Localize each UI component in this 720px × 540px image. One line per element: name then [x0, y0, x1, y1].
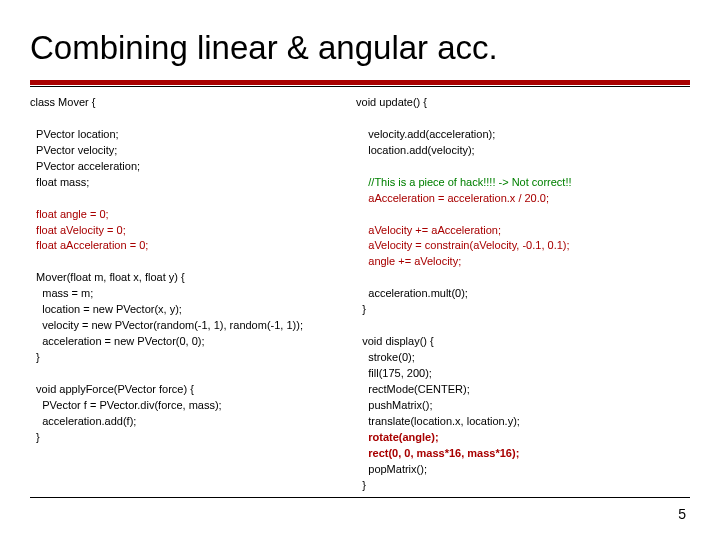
code-line: velocity = new PVector(random(-1, 1), ra… [30, 319, 303, 331]
code-line: stroke(0); [356, 351, 415, 363]
code-line: float aVelocity = 0; [30, 224, 126, 236]
code-line: } [356, 479, 366, 491]
code-line: fill(175, 200); [356, 367, 432, 379]
code-line: aVelocity = constrain(aVelocity, -0.1, 0… [356, 239, 570, 251]
code-line: float angle = 0; [30, 208, 109, 220]
code-line: } [30, 351, 40, 363]
title-rule [30, 80, 690, 87]
code-line: void display() { [356, 335, 434, 347]
code-line: PVector f = PVector.div(force, mass); [30, 399, 222, 411]
code-line: } [30, 431, 40, 443]
code-line: aVelocity += aAcceleration; [356, 224, 501, 236]
code-line: location.add(velocity); [356, 144, 475, 156]
title-rule-line [30, 86, 690, 87]
code-line: velocity.add(acceleration); [356, 128, 495, 140]
code-line: popMatrix(); [356, 463, 427, 475]
code-line: acceleration.add(f); [30, 415, 136, 427]
code-line: acceleration.mult(0); [356, 287, 468, 299]
code-line: PVector velocity; [30, 144, 117, 156]
code-line: float mass; [30, 176, 89, 188]
code-left: class Mover { PVector location; PVector … [30, 95, 348, 485]
footer-rule [30, 497, 690, 498]
code-line: rotate(angle); [356, 431, 439, 443]
code-line: Mover(float m, float x, float y) { [30, 271, 185, 283]
code-line: PVector acceleration; [30, 160, 140, 172]
code-line: } [356, 303, 366, 315]
code-comment: //This is a piece of hack!!!! -> Not cor… [356, 176, 572, 188]
slide: Combining linear & angular acc. class Mo… [0, 0, 720, 540]
code-line: aAcceleration = acceleration.x / 20.0; [356, 192, 549, 204]
code-right: void update() { velocity.add(acceleratio… [356, 95, 690, 485]
code-line: pushMatrix(); [356, 399, 432, 411]
code-line: angle += aVelocity; [356, 255, 461, 267]
code-line: location = new PVector(x, y); [30, 303, 182, 315]
code-line: rectMode(CENTER); [356, 383, 470, 395]
code-line: acceleration = new PVector(0, 0); [30, 335, 205, 347]
slide-title: Combining linear & angular acc. [30, 30, 498, 66]
code-columns: class Mover { PVector location; PVector … [30, 95, 690, 485]
code-line: mass = m; [30, 287, 93, 299]
code-line: rect(0, 0, mass*16, mass*16); [356, 447, 519, 459]
code-line: translate(location.x, location.y); [356, 415, 520, 427]
code-line: PVector location; [30, 128, 119, 140]
code-line: class Mover { [30, 96, 95, 108]
code-line: float aAcceleration = 0; [30, 239, 148, 251]
code-line: void update() { [356, 96, 427, 108]
title-rule-bar [30, 80, 690, 85]
page-number: 5 [678, 506, 686, 522]
code-line: void applyForce(PVector force) { [30, 383, 194, 395]
